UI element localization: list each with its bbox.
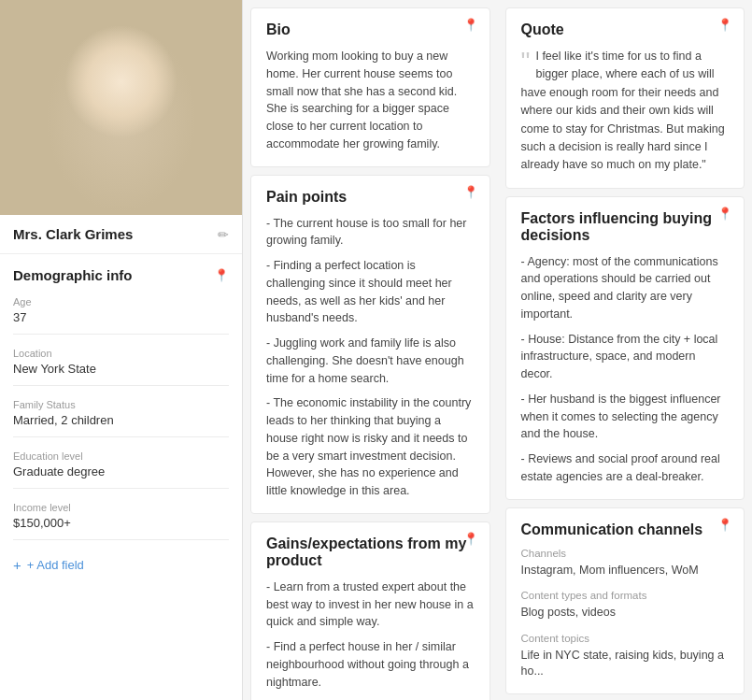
demographic-title: Demographic info (13, 267, 133, 283)
quote-text: I feel like it's time for us to find a b… (521, 50, 725, 171)
factors-item-2: - House: Distance from the city + local … (521, 331, 730, 383)
content-types-section: Content types and formats Blog posts, vi… (521, 590, 730, 621)
bio-text: Working mom looking to buy a new home. H… (266, 48, 475, 153)
factors-title: Factors influencing buying decisions (521, 210, 730, 244)
pain-points-text: - The current house is too small for her… (266, 215, 475, 500)
channels-value: Instagram, Mom influencers, WoM (521, 563, 730, 579)
pain-item-3: - Juggling work and family life is also … (266, 335, 475, 387)
edit-icon[interactable]: ✏ (218, 227, 229, 242)
factors-item-1: - Agency: most of the communications and… (521, 253, 730, 323)
channels-label: Channels (521, 548, 730, 559)
label-age: Age (13, 296, 229, 307)
bio-pin-icon: 📍 (463, 18, 478, 32)
middle-column: 📍 Bio Working mom looking to buy a new h… (243, 0, 498, 700)
label-education: Education level (13, 450, 229, 462)
demographic-header: Demographic info 📍 (13, 267, 229, 283)
label-family-status: Family Status (13, 399, 229, 410)
value-income: $150,000+ (13, 516, 229, 540)
quote-card: 📍 Quote " I feel like it's time for us t… (505, 7, 745, 189)
field-family-status: Family Status Married, 2 children (13, 399, 229, 437)
bio-card: 📍 Bio Working mom looking to buy a new h… (250, 7, 490, 167)
profile-name: Mrs. Clark Grimes (13, 226, 133, 242)
pain-item-4: - The economic instability in the countr… (266, 394, 475, 500)
factors-pin-icon: 📍 (717, 207, 732, 221)
value-age: 37 (13, 310, 229, 335)
gains-item-2: - Find a perfect house in her / similar … (266, 638, 475, 691)
label-income: Income level (13, 502, 229, 513)
gains-item-1: - Learn from a trusted expert about the … (266, 579, 475, 631)
pain-item-2: - Finding a perfect location is challeng… (266, 257, 475, 327)
add-field-label: + Add field (27, 558, 84, 572)
pin-icon: 📍 (214, 268, 229, 282)
quote-title: Quote (521, 21, 730, 38)
content-topics-value: Life in NYC state, raising kids, buying … (521, 648, 730, 680)
content-topics-section: Content topics Life in NYC state, raisin… (521, 633, 730, 680)
gains-title: Gains/expectations from my product (266, 536, 475, 569)
content-types-label: Content types and formats (521, 590, 730, 601)
value-location: New York State (13, 362, 229, 386)
profile-photo (0, 0, 242, 215)
right-column: 📍 Quote " I feel like it's time for us t… (498, 0, 753, 700)
plus-icon: + (13, 557, 21, 573)
quote-body: " I feel like it's time for us to find a… (521, 48, 730, 175)
factors-item-4: - Reviews and social proof around real e… (521, 450, 730, 486)
field-age: Age 37 (13, 296, 229, 335)
value-family-status: Married, 2 children (13, 413, 229, 437)
add-field-button[interactable]: + + Add field (13, 553, 229, 577)
channels-section: Channels Instagram, Mom influencers, WoM (521, 548, 730, 579)
pain-item-1: - The current house is too small for her… (266, 215, 475, 250)
pain-points-title: Pain points (266, 189, 475, 206)
comm-title: Communication channels (521, 521, 730, 538)
pain-pin-icon: 📍 (463, 185, 478, 199)
communication-card: 📍 Communication channels Channels Instag… (505, 507, 745, 694)
field-income: Income level $150,000+ (13, 502, 229, 540)
gains-pin-icon: 📍 (463, 532, 478, 546)
quote-mark-icon: " (521, 51, 531, 72)
field-location: Location New York State (13, 348, 229, 386)
demographic-section: Demographic info 📍 Age 37 Location New Y… (0, 254, 242, 586)
factors-text: - Agency: most of the communications and… (521, 253, 730, 486)
content-topics-label: Content topics (521, 633, 730, 644)
factors-card: 📍 Factors influencing buying decisions -… (505, 196, 745, 500)
gains-card: 📍 Gains/expectations from my product - L… (250, 521, 490, 700)
comm-pin-icon: 📍 (717, 518, 732, 532)
value-education: Graduate degree (13, 464, 229, 489)
left-panel: Mrs. Clark Grimes ✏ Demographic info 📍 A… (0, 0, 243, 700)
profile-name-row: Mrs. Clark Grimes ✏ (0, 215, 242, 254)
content-types-value: Blog posts, videos (521, 605, 730, 621)
pain-points-card: 📍 Pain points - The current house is too… (250, 175, 490, 514)
factors-item-3: - Her husband is the biggest influencer … (521, 391, 730, 443)
quote-pin-icon: 📍 (717, 18, 732, 32)
field-education: Education level Graduate degree (13, 450, 229, 489)
bio-title: Bio (266, 21, 475, 38)
label-location: Location (13, 348, 229, 359)
gains-text: - Learn from a trusted expert about the … (266, 579, 475, 692)
profile-image (0, 0, 242, 215)
